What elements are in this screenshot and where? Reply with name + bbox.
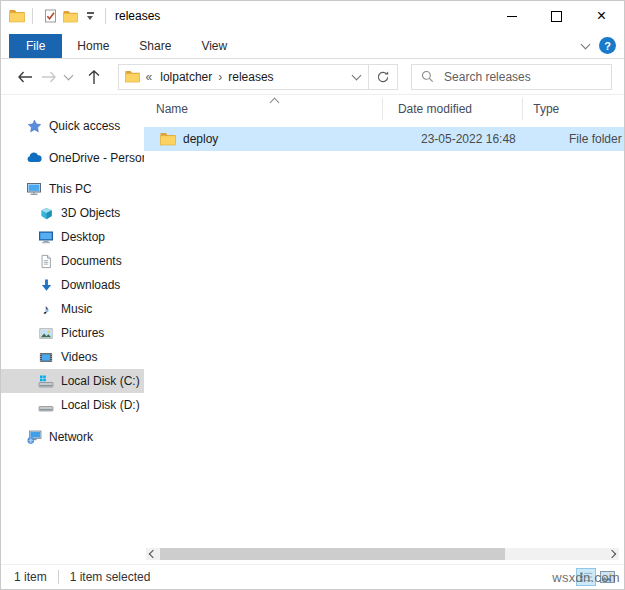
divider [32,8,33,24]
tab-home[interactable]: Home [62,34,124,58]
view-toggles [576,568,617,586]
sidebar-item-quick-access[interactable]: Quick access [1,114,144,138]
sidebar-item-music[interactable]: ♪ Music [1,297,144,321]
refresh-icon [376,70,390,84]
file-name: deploy [183,132,218,146]
file-date-modified: 23-05-2022 16:48 [406,132,559,146]
file-row-deploy[interactable]: deploy 23-05-2022 16:48 File folder [144,127,624,151]
scrollbar-track[interactable] [158,548,607,560]
cloud-icon [26,150,42,166]
address-dropdown-button[interactable] [344,65,368,89]
column-header-type[interactable]: Type [523,98,624,120]
help-icon[interactable]: ? [599,37,616,54]
sidebar-item-label: This PC [49,182,92,196]
close-button[interactable]: × [579,1,624,31]
file-explorer-window: releases × File Home Share View ? [0,0,625,590]
maximize-button[interactable] [534,1,579,31]
sidebar-item-pictures[interactable]: Pictures [1,321,144,345]
search-icon [421,70,434,83]
details-view-button[interactable] [576,568,596,586]
thumbnails-view-icon [600,571,615,583]
address-dropdown-chevron-icon [351,70,361,80]
sidebar-item-label: Local Disk (D:) [61,398,140,412]
sidebar-item-label: Local Disk (C:) [61,374,140,388]
column-header-name[interactable]: Name [144,98,383,120]
cube-icon [38,205,54,221]
tab-file[interactable]: File [9,34,62,58]
sidebar-item-documents[interactable]: Documents [1,249,144,273]
thumbnails-view-button[interactable] [597,568,617,586]
new-folder-icon[interactable] [60,5,80,27]
search-input[interactable] [442,69,611,85]
refresh-button[interactable] [368,65,397,89]
file-check-icon[interactable] [40,5,60,27]
collapse-ribbon-chevron-icon[interactable] [581,39,591,49]
selection-count: 1 item selected [70,570,151,584]
sidebar-item-downloads[interactable]: Downloads [1,273,144,297]
breadcrumb-overflow[interactable]: « [140,70,155,84]
sidebar-item-label: Videos [61,350,97,364]
sidebar-item-label: Music [61,302,92,316]
download-arrow-icon [38,277,54,293]
system-drive-icon [38,373,54,389]
breadcrumb-segment-lolpatcher[interactable]: lolpatcher [154,70,218,84]
picture-icon [38,325,54,341]
sidebar-item-label: Documents [61,254,122,268]
sidebar-item-3d-objects[interactable]: 3D Objects [1,201,144,225]
folder-icon [160,132,176,146]
sidebar-item-local-disk-c[interactable]: Local Disk (C:) [1,369,144,393]
sidebar-item-network[interactable]: Network [1,425,144,449]
search-box [411,64,612,90]
network-icon [26,429,42,445]
scroll-left-button[interactable] [146,548,158,560]
breadcrumb-segment-releases[interactable]: releases [222,70,279,84]
sidebar-item-label: 3D Objects [61,206,120,220]
qat-dropdown-icon[interactable] [82,5,98,27]
address-bar[interactable]: « lolpatcher › releases [118,64,399,90]
sidebar-item-videos[interactable]: Videos [1,345,144,369]
sidebar-item-label: OneDrive - Persor [49,151,144,165]
scrollbar-thumb[interactable] [160,548,505,560]
computer-icon [26,181,42,197]
tab-share[interactable]: Share [124,34,186,58]
sidebar-item-this-pc[interactable]: This PC [1,177,144,201]
file-list-pane: Name Date modified Type deploy 23-05-202… [144,94,624,565]
title-bar: releases × [1,1,624,31]
scroll-right-button[interactable] [607,548,619,560]
music-note-icon: ♪ [38,301,54,317]
minimize-button[interactable] [489,1,534,31]
sidebar-item-desktop[interactable]: Desktop [1,225,144,249]
sidebar-item-local-disk-d[interactable]: Local Disk (D:) [1,393,144,417]
star-icon [26,118,42,134]
sidebar-item-label: Quick access [49,119,120,133]
minimize-icon [507,16,517,17]
navigation-pane: Quick access OneDrive - Persor This PC 3… [1,94,144,565]
status-bar: 1 item 1 item selected [1,564,624,589]
monitor-icon [38,229,54,245]
back-arrow-icon [17,71,33,83]
details-view-icon [579,571,593,583]
scroll-left-icon [149,550,157,558]
horizontal-scrollbar[interactable] [146,548,619,560]
item-count: 1 item [14,570,47,584]
forward-button[interactable] [37,65,61,89]
sidebar-item-label: Pictures [61,326,104,340]
tab-view[interactable]: View [186,34,242,58]
maximize-icon [551,11,562,22]
up-button[interactable] [82,65,106,89]
close-icon: × [597,8,606,24]
forward-arrow-icon [41,71,57,83]
recent-locations-button[interactable] [61,65,76,89]
drive-icon [38,397,54,413]
sort-ascending-icon [271,95,278,109]
app-folder-icon[interactable] [9,9,25,23]
column-header-date-modified[interactable]: Date modified [383,98,523,120]
sidebar-item-onedrive[interactable]: OneDrive - Persor [1,146,144,170]
folder-icon [125,70,140,83]
window-controls: × [489,1,624,31]
file-type: File folder [559,132,622,146]
sidebar-item-label: Network [49,430,93,444]
column-headers: Name Date modified Type [144,94,624,124]
sidebar-item-label: Desktop [61,230,105,244]
back-button[interactable] [13,65,37,89]
